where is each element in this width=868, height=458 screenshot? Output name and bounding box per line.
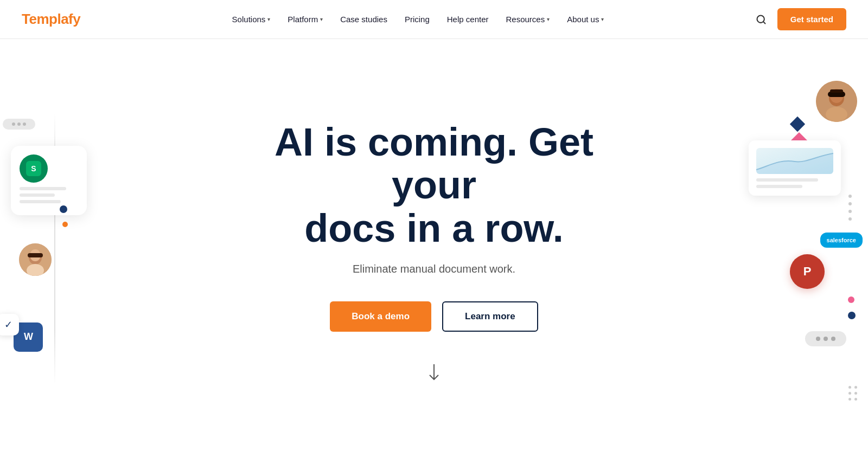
chevron-down-icon: ▾ [267,16,270,22]
deco-orange-dot [62,222,68,227]
hero-title: AI is coming. Get your docs in a row. [239,121,629,250]
logo[interactable]: Templafy [22,11,80,28]
nav-item-help-center[interactable]: Help center [447,15,489,24]
logo-text: Templafy [22,11,80,27]
deco-dots-bar [3,119,35,130]
nav-item-case-studies[interactable]: Case studies [340,15,387,24]
nav-links: Solutions ▾ Platform ▾ Case studies Pric… [232,15,604,24]
deco-chart-card [749,140,841,196]
svg-point-9 [826,107,847,122]
nav-link-help-center[interactable]: Help center [447,15,489,24]
deco-pink-dot-right [848,296,854,303]
nav-item-about[interactable]: About us ▾ [567,15,604,24]
nav-link-resources[interactable]: Resources ▾ [506,15,550,24]
get-started-button[interactable]: Get started [777,8,846,30]
deco-chat-bubble [805,331,846,346]
book-demo-button[interactable]: Book a demo [330,301,431,332]
nav-link-about[interactable]: About us ▾ [567,15,604,24]
deco-vertical-dots [848,195,852,221]
hero-buttons: Book a demo Learn more [330,301,538,332]
svg-rect-6 [28,253,43,257]
sharepoint-icon: S [20,154,48,183]
deco-diamond-blue-icon [790,116,805,131]
chevron-down-icon: ▾ [547,16,550,22]
deco-right: P salesforce [738,86,868,411]
nav-link-pricing[interactable]: Pricing [405,15,430,24]
deco-powerpoint-icon: P [790,254,825,289]
learn-more-button[interactable]: Learn more [442,301,538,332]
deco-check-badge: ✓ [0,314,19,336]
nav-item-solutions[interactable]: Solutions ▾ [232,15,271,24]
deco-blue-dot-right [848,312,856,319]
search-button[interactable] [756,14,767,25]
nav-right: Get started [756,8,846,30]
nav-link-platform[interactable]: Platform ▾ [288,15,323,24]
deco-left: S W [0,113,108,384]
deco-blue-dot [60,205,67,213]
navbar: Templafy Solutions ▾ Platform ▾ Case stu… [0,0,868,39]
deco-chart-area [756,148,833,174]
svg-rect-12 [830,89,843,93]
hero-subtitle: Eliminate manual document work. [353,263,515,275]
chevron-down-icon: ▾ [601,16,604,22]
hero-section: S W [0,39,868,458]
svg-line-1 [763,21,765,23]
search-icon [756,14,767,25]
deco-avatar-man [816,81,857,122]
deco-salesforce-badge: salesforce [820,233,863,248]
nav-link-solutions[interactable]: Solutions ▾ [232,15,271,24]
nav-item-resources[interactable]: Resources ▾ [506,15,550,24]
scroll-down-arrow[interactable] [427,364,441,387]
chevron-down-icon: ▾ [320,16,323,22]
deco-dot-grid-right [848,386,857,401]
nav-link-case-studies[interactable]: Case studies [340,15,387,24]
nav-item-pricing[interactable]: Pricing [405,15,430,24]
nav-item-platform[interactable]: Platform ▾ [288,15,323,24]
deco-sharepoint-card: S [11,146,87,215]
